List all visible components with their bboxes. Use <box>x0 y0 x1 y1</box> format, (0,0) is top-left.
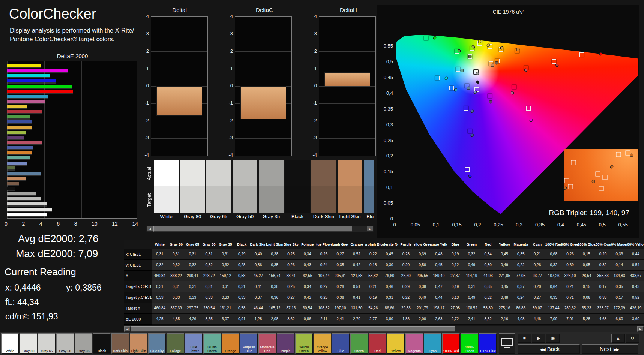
table-cell: 86,86 <box>513 303 529 314</box>
next-button[interactable]: Next▶▶ <box>582 344 638 354</box>
eject-button[interactable]: ▲ <box>611 334 625 343</box>
current-reading-label: Current Reading <box>5 266 76 278</box>
cie-measured-dot <box>458 49 461 52</box>
patch-button-gray-35[interactable]: Gray 35 <box>75 333 92 354</box>
patch-button-purplish-blue[interactable]: Purplish Blue <box>240 333 258 354</box>
strip-scroll-right-arrow-icon[interactable]: ► <box>367 226 373 232</box>
patch-button-gray-80[interactable]: Gray 80 <box>20 333 37 354</box>
back-button[interactable]: ◀◀Back <box>518 344 580 354</box>
patch-button-gray-65[interactable]: Gray 65 <box>38 333 56 354</box>
patch-button-moderate-red[interactable]: Moderate Red <box>258 333 276 354</box>
patch-button-yellow[interactable]: Yellow <box>387 333 405 354</box>
patch-button-blue[interactable]: Blue <box>332 333 350 354</box>
inset-target-square <box>626 150 630 155</box>
table-cell: 296,41 <box>185 271 201 282</box>
table-cell: 0,25 <box>316 292 332 303</box>
deltae-bar-row <box>7 109 137 114</box>
patch-button-blue-sky[interactable]: Blue Sky <box>148 333 166 354</box>
patch-button-bluish-green[interactable]: Bluish Green <box>203 333 221 354</box>
cie-measured-dot <box>468 55 472 58</box>
table-cell: 0,54 <box>627 260 644 271</box>
patch-swatch: Gray 50 <box>233 160 257 222</box>
table-cell: 0,49 <box>464 260 480 271</box>
axis-tick-label: -2 <box>228 118 233 123</box>
patch-button-100-red[interactable]: 100% Red <box>442 333 460 354</box>
deltae-bar-row <box>7 171 137 176</box>
deltah-chart-title: DeltaH <box>320 7 377 16</box>
strip-scrollbar[interactable]: ◄ ► <box>146 226 374 232</box>
axis-tick-label: -4 <box>228 153 233 158</box>
patch-button-green[interactable]: Green <box>350 333 368 354</box>
cie-measured-dot <box>471 134 474 137</box>
patch-button-label: Gray 65 <box>38 349 55 353</box>
table-cell: 289,32 <box>562 303 578 314</box>
colorchecker-app: ColorChecker Display analysis is perform… <box>0 0 644 355</box>
patch-button-orange-yellow[interactable]: Orange Yellow <box>314 333 331 354</box>
table-scrollbar[interactable]: ◄ ► <box>124 326 644 332</box>
table-cell: 0,41 <box>250 281 267 292</box>
table-cell: 45,27 <box>250 271 267 282</box>
table-column-header: 100% Red <box>545 240 562 249</box>
table-cell: 201,79 <box>414 303 431 314</box>
patch-target-swatch <box>206 186 231 213</box>
table-cell: 0,27 <box>316 281 332 292</box>
patch-button-light-skin[interactable]: Light Skin <box>130 333 147 354</box>
table-cell: 0,45 <box>496 249 513 260</box>
patch-button-black[interactable]: Black <box>93 333 111 354</box>
table-cell: 27,98 <box>447 303 464 314</box>
refresh-button[interactable]: ↻ <box>626 334 639 343</box>
axis-tick-label: 2 <box>230 49 233 54</box>
table-cell: 0,36 <box>332 292 348 303</box>
patch-button-foliage[interactable]: Foliage <box>167 333 184 354</box>
patch-button-cyan[interactable]: Cyan <box>424 333 441 354</box>
table-column-header: Red <box>480 240 496 249</box>
cie-x-tick-label: 0,55 <box>615 222 631 228</box>
display-pattern-button[interactable] <box>499 333 515 354</box>
cie-target-square <box>579 52 584 57</box>
stop-button[interactable]: ■ <box>518 334 531 343</box>
patch-button-white[interactable]: White <box>1 333 19 354</box>
patch-button-magenta[interactable]: Magenta <box>405 333 423 354</box>
table-scrollbar-thumb[interactable] <box>131 326 455 332</box>
deltae-x-tick-label: 2 <box>22 221 25 227</box>
patch-button-yellow-green[interactable]: Yellow Green <box>295 333 313 354</box>
table-cell: 0,20 <box>398 260 414 271</box>
patch-button-label: Red <box>369 349 386 353</box>
record-button[interactable]: ◉ <box>546 334 560 343</box>
strip-scroll-left-arrow-icon[interactable]: ◄ <box>147 226 153 232</box>
cie-measured-dot <box>495 61 498 64</box>
cie-measured-dot <box>555 64 559 67</box>
table-row-label: x: CIE31 <box>124 249 152 260</box>
cie-chart-title: CIE 1976 u'v' <box>377 9 639 15</box>
play-button[interactable]: ▶ <box>532 334 545 343</box>
patch-button-100-blue[interactable]: 100% Blue <box>479 333 497 354</box>
patch-button-red[interactable]: Red <box>369 333 386 354</box>
strip-scrollbar-thumb[interactable] <box>153 226 352 232</box>
patch-target-swatch <box>364 186 374 213</box>
next-button-label: Next <box>600 346 611 352</box>
deltae-plot <box>7 61 137 219</box>
patch-button-dark-skin[interactable]: Dark Skin <box>111 333 129 354</box>
table-cell: 0,13 <box>447 292 464 303</box>
patch-target-swatch <box>233 186 257 213</box>
deltae-x-tick-label: 0 <box>5 221 8 227</box>
patch-button-label: Cyan <box>424 349 441 353</box>
patch-button-purple[interactable]: Purple <box>277 333 294 354</box>
patch-button-100-green[interactable]: 100% Green <box>461 333 478 354</box>
table-scroll-right-arrow-icon[interactable]: ► <box>637 326 644 332</box>
table-cell: 0,31 <box>464 281 480 292</box>
table-cell: 323,97 <box>595 303 611 314</box>
stop-icon: ■ <box>523 336 525 341</box>
patch-button-label: 100% Blue <box>479 349 496 353</box>
patch-button-gray-50[interactable]: Gray 50 <box>56 333 74 354</box>
patch-button-blue-flower[interactable]: Blue Flower <box>185 333 203 354</box>
cie-measured-dot <box>491 64 494 67</box>
patch-button-orange[interactable]: Orange <box>222 333 239 354</box>
strip-scrollbar-track[interactable] <box>153 226 367 232</box>
cie-measured-dot <box>454 88 458 92</box>
table-cell: 0,33 <box>168 292 185 303</box>
table-scroll-left-arrow-icon[interactable]: ◄ <box>124 326 131 332</box>
patch-swatch-label: Gray 50 <box>233 213 257 220</box>
patch-button-label: Magenta <box>406 349 423 353</box>
table-scrollbar-track[interactable] <box>131 326 637 332</box>
